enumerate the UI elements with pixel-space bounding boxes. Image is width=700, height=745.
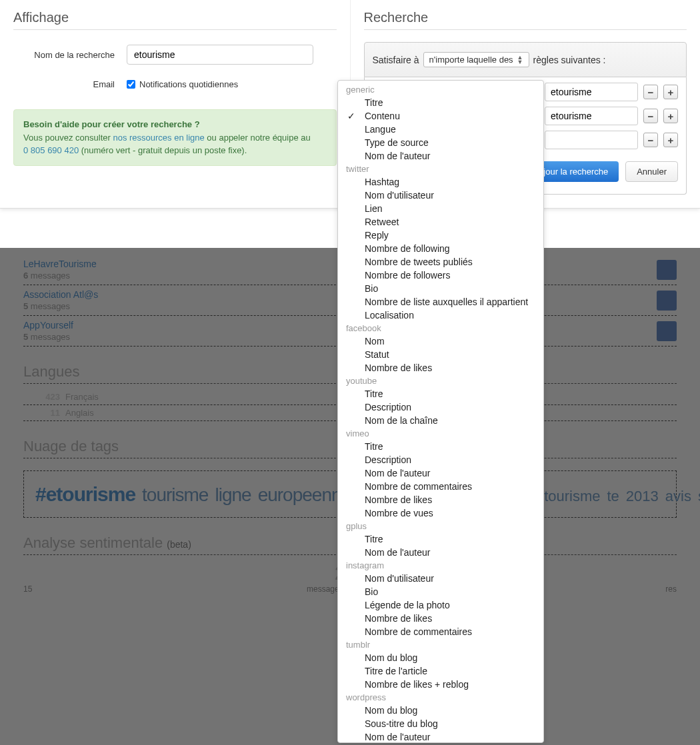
dropdown-group-twitter: twitter [338, 163, 543, 175]
dropdown-group-youtube: youtube [338, 374, 543, 387]
dropdown-item[interactable]: Type de source [338, 136, 543, 149]
dropdown-item[interactable]: Titre de l'article [338, 664, 543, 678]
affichage-panel: Affichage Nom de la recherche Email Noti… [0, 0, 350, 208]
dropdown-group-gplus: gplus [338, 520, 543, 532]
help-heading: Besoin d'aide pour créer votre recherche… [23, 119, 200, 129]
dropdown-item[interactable]: Titre [338, 440, 543, 453]
dropdown-item[interactable]: Nombre de likes [338, 493, 543, 506]
rule-value-input[interactable] [545, 107, 638, 125]
daily-notifications-label: Notifications quotidiennes [139, 79, 238, 89]
dropdown-item[interactable]: Langue [338, 123, 543, 136]
remove-rule-button[interactable]: − [643, 133, 658, 147]
add-rule-button[interactable]: + [663, 109, 678, 123]
dropdown-item[interactable]: Nombre de followers [338, 269, 543, 282]
dropdown-item[interactable]: Nom de l'auteur [338, 730, 543, 744]
dropdown-item[interactable]: Légende de la photo [338, 598, 543, 612]
help-phone: 0 805 690 420 [23, 145, 79, 155]
daily-notifications-checkbox[interactable] [127, 80, 135, 89]
dropdown-item[interactable]: Nom de l'auteur [338, 149, 543, 163]
dropdown-item[interactable]: Nom de la chaîne [338, 414, 543, 427]
dropdown-item[interactable]: Nom [338, 335, 543, 348]
affichage-title: Affichage [13, 10, 337, 30]
remove-rule-button[interactable]: − [643, 85, 658, 99]
satisfy-post-label: règles suivantes : [533, 55, 606, 65]
dropdown-group-instagram: instagram [338, 559, 543, 572]
remove-rule-button[interactable]: − [643, 109, 658, 123]
search-name-input[interactable] [127, 45, 313, 65]
add-rule-button[interactable]: + [663, 133, 678, 147]
dropdown-item[interactable]: Nom du blog [338, 651, 543, 664]
dropdown-item[interactable]: Retweet [338, 215, 543, 229]
dropdown-item[interactable]: Statut [338, 348, 543, 361]
email-label: Email [13, 79, 127, 89]
dropdown-item[interactable]: Nom d'utilisateur [338, 572, 543, 585]
rule-value-input[interactable] [545, 83, 638, 101]
dropdown-item[interactable]: Nombre de liste auxquelles il appartient [338, 295, 543, 309]
dropdown-item[interactable]: Nom d'utilisateur [338, 189, 543, 202]
dropdown-item[interactable]: Nombre de following [338, 242, 543, 255]
dropdown-item[interactable]: Bio [338, 282, 543, 295]
cancel-button[interactable]: Annuler [625, 161, 678, 182]
dropdown-item[interactable]: Localisation [338, 309, 543, 322]
dropdown-item[interactable]: Nombre de tweets publiés [338, 255, 543, 269]
dropdown-item[interactable]: Nombre de likes [338, 361, 543, 374]
dropdown-item[interactable]: Nombre de commentaires [338, 480, 543, 493]
rule-value-input[interactable] [545, 131, 638, 149]
dropdown-item[interactable]: Nombre de likes + reblog [338, 678, 543, 691]
dropdown-item[interactable]: Titre [338, 96, 543, 109]
dropdown-group-vimeo: vimeo [338, 427, 543, 440]
help-resources-link[interactable]: nos ressources en ligne [113, 133, 204, 143]
dropdown-item[interactable]: Nombre de vues [338, 506, 543, 520]
dropdown-item[interactable]: Nombre de likes [338, 612, 543, 625]
add-rule-button[interactable]: + [663, 85, 678, 99]
field-type-dropdown[interactable]: genericTitreContenuLangueType de sourceN… [337, 80, 544, 743]
help-box: Besoin d'aide pour créer votre recherche… [13, 109, 337, 166]
dropdown-item[interactable]: Description [338, 400, 543, 414]
satisfy-pre-label: Satisfaire à [373, 55, 419, 65]
dropdown-item[interactable]: Lien [338, 202, 543, 215]
dropdown-item[interactable]: Hashtag [338, 175, 543, 189]
dropdown-item[interactable]: Titre [338, 532, 543, 546]
dropdown-group-wordpress: wordpress [338, 691, 543, 704]
dropdown-item[interactable]: Contenu [338, 109, 543, 123]
dropdown-item[interactable]: Nom de l'auteur [338, 546, 543, 559]
dropdown-group-facebook: facebook [338, 322, 543, 335]
dropdown-item[interactable]: Nom du blog [338, 704, 543, 717]
dropdown-item[interactable]: Nombre de commentaires [338, 625, 543, 638]
search-name-label: Nom de la recherche [13, 50, 127, 60]
dropdown-item[interactable]: Titre [338, 387, 543, 400]
dropdown-group-tumblr: tumblr [338, 638, 543, 651]
chevron-updown-icon: ▲▼ [517, 55, 523, 65]
satisfy-select[interactable]: n'importe laquelle des ▲▼ [423, 52, 529, 67]
rule-group-header: Satisfaire à n'importe laquelle des ▲▼ r… [364, 42, 687, 77]
recherche-title: Recherche [364, 10, 687, 30]
dropdown-item[interactable]: Bio [338, 585, 543, 598]
dropdown-item[interactable]: Sous-titre du blog [338, 717, 543, 730]
dropdown-item[interactable]: Description [338, 453, 543, 466]
dropdown-group-generic: generic [338, 83, 543, 96]
dropdown-item[interactable]: Nom de l'auteur [338, 466, 543, 480]
dropdown-item[interactable]: Reply [338, 229, 543, 242]
